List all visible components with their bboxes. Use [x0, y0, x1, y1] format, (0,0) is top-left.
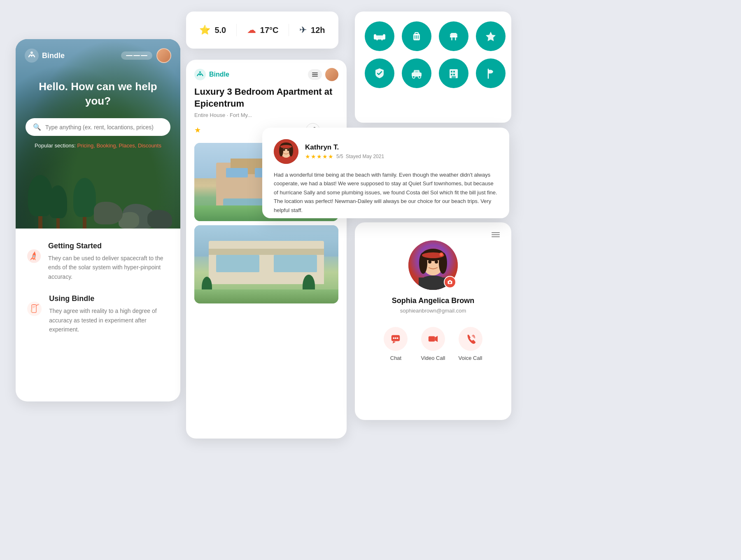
stat-rating: ⭐ 5.0: [199, 25, 226, 35]
icon-shield[interactable]: [365, 58, 394, 88]
svg-marker-42: [486, 32, 496, 41]
rocket-icon: [27, 242, 41, 271]
popular-link-pricing[interactable]: Pricing,: [77, 142, 95, 149]
reviewer-info: Kathryn T. ★★★★★ 5/5 Stayed May 2021: [305, 143, 384, 160]
profile-camera-badge[interactable]: [444, 276, 456, 288]
popular-sections: Popular sections: Pricing, Booking, Plac…: [16, 142, 180, 149]
search-input[interactable]: [45, 124, 163, 131]
review-header: Kathryn T. ★★★★★ 5/5 Stayed May 2021: [274, 139, 498, 164]
car-icon: [410, 67, 423, 80]
card-bindle-app: Bindle Hello. How can we help you? 🔍 Pop…: [16, 39, 180, 401]
user-avatar[interactable]: [156, 48, 171, 63]
star-icon: [484, 30, 497, 43]
stat-divider-2: [289, 24, 289, 36]
popular-link-discounts[interactable]: Discounts: [138, 142, 161, 149]
icon-hotel[interactable]: [439, 58, 468, 88]
card-review: Kathryn T. ★★★★★ 5/5 Stayed May 2021 Had…: [262, 128, 509, 218]
popular-link-booking[interactable]: Booking,: [96, 142, 117, 149]
listing-logo: Bindle: [194, 69, 229, 80]
star-rating: ★★★★★: [305, 153, 334, 160]
shield-icon: [373, 67, 386, 80]
svg-rect-50: [451, 74, 452, 75]
svg-rect-51: [453, 74, 455, 75]
svg-point-16: [36, 305, 37, 306]
using-bindle-title: Using Bindle: [49, 294, 169, 303]
popular-link-places[interactable]: Places,: [119, 142, 137, 149]
menu-line: [312, 72, 318, 73]
listing-user-avatar[interactable]: [325, 68, 338, 81]
voice-call-button[interactable]: [459, 327, 482, 351]
profile-menu-icon[interactable]: [492, 232, 500, 237]
svg-point-69: [440, 253, 443, 256]
chat-action[interactable]: Chat: [384, 327, 408, 361]
bindle-logo: Bindle: [25, 49, 65, 63]
listing-subtitle: Entire House · Fort My...: [186, 112, 347, 118]
camera-icon: [447, 279, 453, 285]
phone-icon: [27, 294, 42, 323]
stat-temp-value: 17°C: [260, 26, 279, 35]
review-date: Stayed May 2021: [346, 154, 384, 159]
plane-icon: ✈: [299, 25, 307, 35]
svg-point-80: [395, 337, 397, 339]
profile-avatar-wrapper: [408, 240, 458, 290]
svg-point-1: [30, 51, 33, 54]
video-call-button[interactable]: [421, 327, 445, 351]
bindle-hero: Bindle Hello. How can we help you? 🔍 Pop…: [16, 39, 180, 229]
stat-rating-value: 5.0: [214, 26, 226, 35]
icon-car[interactable]: [402, 58, 431, 88]
svg-rect-38: [451, 37, 452, 40]
svg-rect-46: [415, 71, 418, 72]
svg-rect-13: [33, 304, 35, 305]
stat-temp: ☁ 17°C: [247, 25, 279, 35]
svg-rect-82: [429, 336, 435, 342]
svg-rect-39: [455, 37, 456, 40]
bindle-content: Getting Started They can be used to deli…: [16, 229, 180, 360]
using-bindle-body: They agree with reality to a high degree…: [49, 306, 169, 334]
svg-point-79: [393, 337, 395, 339]
svg-rect-28: [383, 34, 385, 40]
svg-rect-73: [419, 278, 447, 290]
profile-name: Sophia Angelica Brown: [392, 296, 474, 305]
icon-flag[interactable]: [476, 58, 506, 88]
card-profile: Sophia Angelica Brown sophieanbrown@gmai…: [355, 222, 511, 420]
listing-menu-button[interactable]: [308, 69, 322, 80]
bindle-logo-text: Bindle: [42, 51, 65, 60]
getting-started-text: Getting Started They can be used to deli…: [48, 242, 169, 281]
search-icon: 🔍: [33, 123, 41, 131]
couch-icon: [373, 30, 386, 43]
using-bindle-text: Using Bindle They agree with reality to …: [49, 294, 169, 334]
icon-couch[interactable]: [365, 21, 394, 51]
svg-point-71: [435, 260, 438, 264]
voice-call-label: Voice Call: [459, 355, 482, 361]
using-bindle-section: Using Bindle They agree with reality to …: [27, 294, 169, 334]
voice-call-action[interactable]: Voice Call: [459, 327, 482, 361]
search-bar[interactable]: 🔍: [26, 118, 170, 136]
video-call-action[interactable]: Video Call: [421, 327, 445, 361]
card-icons: [355, 12, 511, 123]
chat-button[interactable]: [384, 327, 408, 351]
luggage-icon: [410, 30, 423, 43]
svg-point-59: [280, 145, 292, 148]
svg-rect-40: [450, 34, 451, 37]
phone-icon: [465, 334, 476, 344]
svg-rect-48: [451, 71, 452, 72]
bindle-menu-button[interactable]: [121, 51, 152, 60]
icon-luggage[interactable]: [402, 21, 431, 51]
icon-star[interactable]: [476, 21, 506, 51]
video-icon: [428, 334, 438, 344]
card-listing: Bindle Luxury 3 Bedroom Apartment at Epi…: [186, 60, 347, 439]
getting-started-title: Getting Started: [48, 242, 169, 250]
reviewer-avatar-image: [274, 139, 298, 164]
video-call-label: Video Call: [421, 355, 445, 361]
menu-line: [126, 55, 133, 56]
menu-line: [141, 55, 147, 56]
svg-rect-32: [415, 33, 418, 35]
chair-icon: [447, 30, 460, 43]
svg-point-20: [199, 71, 201, 73]
svg-rect-41: [456, 34, 457, 37]
icon-chair[interactable]: [439, 21, 468, 51]
stat-divider-1: [236, 24, 237, 36]
svg-point-18: [38, 304, 39, 305]
svg-point-11: [27, 302, 42, 316]
listing-star: ★: [194, 126, 201, 135]
